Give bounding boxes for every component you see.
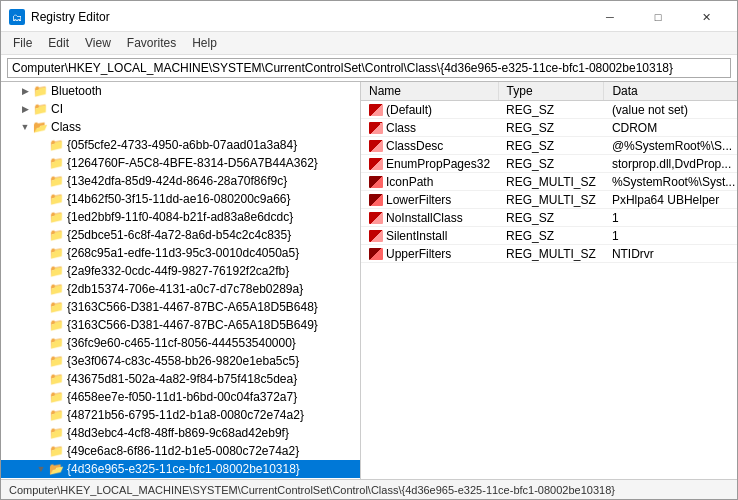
reg-type-8: REG_MULTI_SZ (498, 245, 604, 263)
reg-type-icon-3 (369, 157, 386, 171)
table-row[interactable]: ClassREG_SZCDROM (361, 119, 737, 137)
folder-icon-g18: 📁 (49, 444, 65, 458)
tree-item-g2[interactable]: 📁{1264760F-A5C8-4BFE-8314-D56A7B44A362} (1, 154, 360, 172)
tree-item-g13[interactable]: 📁{3e3f0674-c83c-4558-bb26-9820e1eba5c5} (1, 352, 360, 370)
tree-item-g14[interactable]: 📁{43675d81-502a-4a82-9f84-b75f418c5dea} (1, 370, 360, 388)
folder-icon-g16: 📁 (49, 408, 65, 422)
menu-item-favorites[interactable]: Favorites (119, 34, 184, 52)
folder-icon-g10: 📁 (49, 300, 65, 314)
reg-type-3: REG_SZ (498, 155, 604, 173)
tree-item-g16[interactable]: 📁{48721b56-6795-11d2-b1a8-0080c72e74a2} (1, 406, 360, 424)
reg-type-2: REG_SZ (498, 137, 604, 155)
table-row[interactable]: UpperFiltersREG_MULTI_SZNTIDrvr (361, 245, 737, 263)
col-data: Data (604, 82, 737, 101)
expand-icon-bluetooth[interactable]: ▶ (17, 86, 33, 96)
tree-item-g17[interactable]: 📁{48d3ebc4-4cf8-48ff-b869-9c68ad42eb9f} (1, 424, 360, 442)
folder-icon-g19: 📂 (49, 462, 65, 476)
folder-icon-g3: 📁 (49, 174, 65, 188)
reg-type-0: REG_SZ (498, 101, 604, 119)
menu-item-view[interactable]: View (77, 34, 119, 52)
reg-name-0: (Default) (361, 101, 498, 119)
reg-name-text-3: EnumPropPages32 (386, 157, 490, 171)
expand-icon-class[interactable]: ▼ (17, 122, 33, 132)
expand-icon-g19[interactable]: ▼ (33, 464, 49, 474)
tree-item-g15[interactable]: 📁{4658ee7e-f050-11d1-b6bd-00c04fa372a7} (1, 388, 360, 406)
reg-name-text-1: Class (386, 121, 416, 135)
tree-item-g3[interactable]: 📁{13e42dfa-85d9-424d-8646-28a70f86f9c} (1, 172, 360, 190)
tree-label-class: Class (51, 120, 81, 134)
reg-name-2: ClassDesc (361, 137, 498, 155)
left-tree-panel: ▶📁Bluetooth▶📁CI▼📂Class📁{05f5cfe2-4733-49… (1, 82, 361, 479)
tree-label-g9: {2db15374-706e-4131-a0c7-d7c78eb0289a} (67, 282, 303, 296)
table-row[interactable]: IconPathREG_MULTI_SZ%SystemRoot%\Syst... (361, 173, 737, 191)
app-icon: 🗂 (9, 9, 25, 25)
reg-name-text-2: ClassDesc (386, 139, 443, 153)
table-row[interactable]: LowerFiltersREG_MULTI_SZPxHlpa64 UBHelpe… (361, 191, 737, 209)
reg-name-3: EnumPropPages32 (361, 155, 498, 173)
menu-item-edit[interactable]: Edit (40, 34, 77, 52)
tree-item-ci[interactable]: ▶📁CI (1, 100, 360, 118)
tree-item-g4[interactable]: 📁{14b62f50-3f15-11dd-ae16-080200c9a66} (1, 190, 360, 208)
table-row[interactable]: ClassDescREG_SZ@%SystemRoot%\S... (361, 137, 737, 155)
reg-type-icon-6 (369, 211, 386, 225)
menu-item-file[interactable]: File (5, 34, 40, 52)
tree-item-g11[interactable]: 📁{3163C566-D381-4467-87BC-A65A18D5B649} (1, 316, 360, 334)
tree-label-g8: {2a9fe332-0cdc-44f9-9827-76192f2ca2fb} (67, 264, 289, 278)
status-bar: Computer\HKEY_LOCAL_MACHINE\SYSTEM\Curre… (1, 479, 737, 499)
reg-data-8: NTIDrvr (604, 245, 737, 263)
tree-item-g19[interactable]: ▼📂{4d36e965-e325-11ce-bfc1-08002be10318} (1, 460, 360, 478)
tree-item-g10[interactable]: 📁{3163C566-D381-4467-87BC-A65A18D5B648} (1, 298, 360, 316)
address-bar: Computer\HKEY_LOCAL_MACHINE\SYSTEM\Curre… (1, 55, 737, 82)
table-row[interactable]: SilentInstallREG_SZ1 (361, 227, 737, 245)
table-row[interactable]: NoInstallClassREG_SZ1 (361, 209, 737, 227)
reg-type-7: REG_SZ (498, 227, 604, 245)
reg-name-text-8: UpperFilters (386, 247, 451, 261)
maximize-button[interactable]: □ (635, 7, 681, 27)
folder-icon-g14: 📁 (49, 372, 65, 386)
close-button[interactable]: ✕ (683, 7, 729, 27)
tree-label-g13: {3e3f0674-c83c-4558-bb26-9820e1eba5c5} (67, 354, 299, 368)
tree-item-g5[interactable]: 📁{1ed2bbf9-11f0-4084-b21f-ad83a8e6dcdc} (1, 208, 360, 226)
tree-item-class[interactable]: ▼📂Class (1, 118, 360, 136)
tree-label-g7: {268c95a1-edfe-11d3-95c3-0010dc4050a5} (67, 246, 299, 260)
reg-data-0: (value not set) (604, 101, 737, 119)
right-registry-panel: Name Type Data (Default)REG_SZ(value not… (361, 82, 737, 479)
reg-name-8: UpperFilters (361, 245, 498, 263)
tree-label-g15: {4658ee7e-f050-11d1-b6bd-00c04fa372a7} (67, 390, 297, 404)
menu-item-help[interactable]: Help (184, 34, 225, 52)
tree-label-g19: {4d36e965-e325-11ce-bfc1-08002be10318} (67, 462, 300, 476)
title-bar-controls: ─ □ ✕ (587, 7, 729, 27)
reg-type-icon-7 (369, 229, 386, 243)
tree-item-g6[interactable]: 📁{25dbce51-6c8f-4a72-8a6d-b54c2c4c835} (1, 226, 360, 244)
folder-icon-g15: 📁 (49, 390, 65, 404)
reg-name-text-4: IconPath (386, 175, 433, 189)
folder-icon-g11: 📁 (49, 318, 65, 332)
tree-item-g18[interactable]: 📁{49ce6ac8-6f86-11d2-b1e5-0080c72e74a2} (1, 442, 360, 460)
tree-item-g8[interactable]: 📁{2a9fe332-0cdc-44f9-9827-76192f2ca2fb} (1, 262, 360, 280)
tree-item-g12[interactable]: 📁{36fc9e60-c465-11cf-8056-444553540000} (1, 334, 360, 352)
reg-name-5: LowerFilters (361, 191, 498, 209)
tree-item-bluetooth[interactable]: ▶📁Bluetooth (1, 82, 360, 100)
registry-editor-window: 🗂 Registry Editor ─ □ ✕ FileEditViewFavo… (0, 0, 738, 500)
folder-icon-class: 📂 (33, 120, 49, 134)
tree-item-g9[interactable]: 📁{2db15374-706e-4131-a0c7-d7c78eb0289a} (1, 280, 360, 298)
minimize-button[interactable]: ─ (587, 7, 633, 27)
table-row[interactable]: (Default)REG_SZ(value not set) (361, 101, 737, 119)
tree-item-g7[interactable]: 📁{268c95a1-edfe-11d3-95c3-0010dc4050a5} (1, 244, 360, 262)
folder-icon-bluetooth: 📁 (33, 84, 49, 98)
reg-type-icon-1 (369, 121, 386, 135)
table-row[interactable]: EnumPropPages32REG_SZstorprop.dll,DvdPro… (361, 155, 737, 173)
reg-name-7: SilentInstall (361, 227, 498, 245)
reg-name-text-5: LowerFilters (386, 193, 451, 207)
reg-data-7: 1 (604, 227, 737, 245)
title-bar: 🗂 Registry Editor ─ □ ✕ (1, 1, 737, 32)
tree-label-g1: {05f5cfe2-4733-4950-a6bb-07aad01a3a84} (67, 138, 297, 152)
reg-type-6: REG_SZ (498, 209, 604, 227)
tree-item-g1[interactable]: 📁{05f5cfe2-4733-4950-a6bb-07aad01a3a84} (1, 136, 360, 154)
folder-icon-g2: 📁 (49, 156, 65, 170)
reg-data-2: @%SystemRoot%\S... (604, 137, 737, 155)
address-value[interactable]: Computer\HKEY_LOCAL_MACHINE\SYSTEM\Curre… (7, 58, 731, 78)
reg-name-text-7: SilentInstall (386, 229, 447, 243)
folder-icon-g6: 📁 (49, 228, 65, 242)
expand-icon-ci[interactable]: ▶ (17, 104, 33, 114)
